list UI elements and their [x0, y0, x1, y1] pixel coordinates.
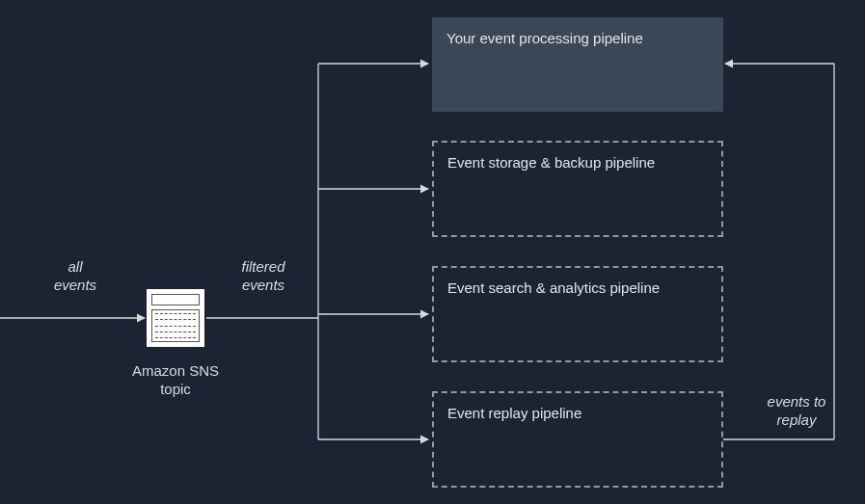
label-events-to-replay: events to replay: [758, 393, 835, 430]
label-sns-topic: Amazon SNS topic: [116, 362, 235, 399]
box-processing-pipeline: Your event processing pipeline: [432, 17, 723, 112]
box-search-label: Event search & analytics pipeline: [447, 279, 660, 296]
box-replay-label: Event replay pipeline: [447, 405, 581, 421]
box-storage-pipeline: Event storage & backup pipeline: [432, 141, 723, 237]
box-storage-label: Event storage & backup pipeline: [447, 154, 655, 171]
box-replay-pipeline: Event replay pipeline: [432, 391, 723, 488]
label-filtered-events: filtered events: [230, 258, 297, 295]
box-processing-label: Your event processing pipeline: [446, 30, 643, 46]
box-search-pipeline: Event search & analytics pipeline: [432, 266, 723, 362]
label-all-events: all events: [46, 258, 104, 295]
amazon-sns-topic-icon: [147, 289, 204, 347]
